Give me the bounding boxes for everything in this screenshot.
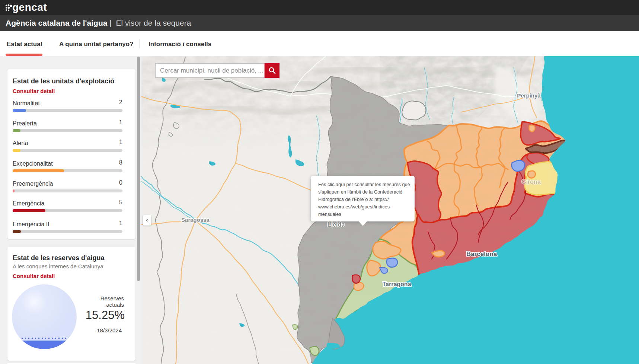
svg-text:Lleida: Lleida: [328, 221, 345, 228]
svg-text:Tarragona: Tarragona: [382, 281, 411, 287]
svg-text:Saragossa: Saragossa: [181, 217, 210, 223]
svg-text:Perpinyà: Perpinyà: [517, 92, 541, 99]
svg-text:Barcelona: Barcelona: [466, 250, 497, 258]
svg-text:Girona: Girona: [521, 179, 541, 185]
